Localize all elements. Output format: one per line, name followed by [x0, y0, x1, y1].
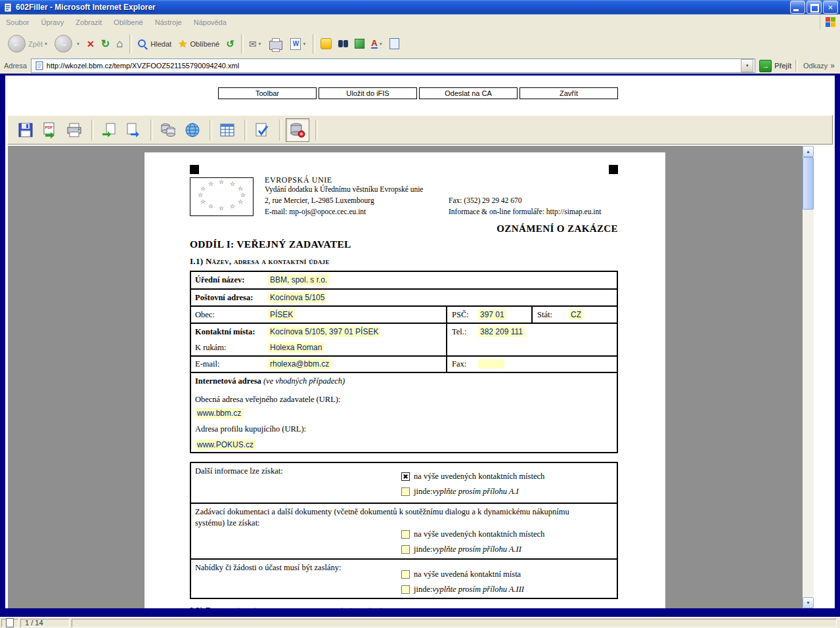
postal-address-field[interactable]: Kocínova 5/105: [268, 292, 326, 303]
research-button[interactable]: [336, 39, 351, 49]
menu-item-zobrazit[interactable]: Zobrazit: [70, 16, 108, 29]
export-data-button[interactable]: [122, 119, 144, 141]
app-content: Toolbar Uložit do iFIS Odeslat na CA Zav…: [0, 74, 840, 617]
sign-certificate-button[interactable]: [286, 118, 309, 142]
phone-field[interactable]: 382 209 111: [478, 326, 525, 337]
checkbox-offers-elsewhere-a3[interactable]: [401, 585, 410, 594]
forward-icon: [55, 35, 72, 53]
url1-field[interactable]: www.bbm.cz: [195, 408, 243, 418]
option-line: na výše uvedená kontaktní místa: [401, 570, 521, 579]
print-button[interactable]: [265, 37, 286, 51]
attention-field[interactable]: Holexa Roman: [268, 342, 324, 353]
options-row3-text: Nabídky či žádosti o účast musí být zasl…: [195, 562, 342, 573]
phone-label: Tel.:: [452, 327, 466, 337]
components-button[interactable]: [352, 37, 367, 50]
checkbox-docs-elsewhere-a2[interactable]: [401, 545, 410, 554]
certificate-seal-icon: [289, 122, 306, 139]
toolbar-toggle-button[interactable]: Toolbar: [218, 87, 317, 99]
export-pdf-button[interactable]: PDF: [39, 119, 61, 141]
history-icon: ↺: [226, 38, 234, 50]
cube-icon: [355, 39, 365, 49]
status-icon-cell: [1, 619, 18, 627]
menu-item-napoveda[interactable]: Nápověda: [188, 16, 232, 29]
page-icon: [389, 38, 399, 49]
menu-item-soubor[interactable]: Soubor: [0, 16, 35, 29]
font-dropdown-icon[interactable]: ▼: [379, 42, 383, 46]
vertical-scrollbar[interactable]: [803, 146, 814, 608]
font-size-button[interactable]: A ▼: [368, 37, 385, 50]
home-icon: ⌂: [116, 37, 123, 51]
import-data-button[interactable]: [98, 119, 120, 141]
sub-heading-i1: I.1) Název, adresa a kontaktní údaje: [190, 256, 330, 267]
city-field[interactable]: PÍSEK: [268, 309, 295, 320]
scroll-up-button[interactable]: [803, 146, 814, 157]
go-button[interactable]: Přejít: [759, 60, 791, 72]
forward-dropdown-icon[interactable]: ▼: [76, 42, 80, 46]
form-tools-button[interactable]: [387, 37, 402, 51]
country-field[interactable]: CZ: [569, 309, 583, 320]
url-text[interactable]: http://wkozel.bbm.cz/temp/XVZFOOZ5211557…: [47, 62, 741, 70]
contact-points-field[interactable]: Kocínova 5/105, 397 01 PÍSEK: [268, 326, 380, 337]
toolbar-separator: [129, 34, 132, 54]
edit-button[interactable]: W ▼: [288, 37, 309, 51]
refresh-button[interactable]: ↻: [99, 36, 112, 51]
fax-field[interactable]: [478, 359, 504, 369]
checkbox-offers-contact-points[interactable]: [401, 570, 410, 579]
official-name-label: Úřední název:: [195, 275, 244, 285]
address-input[interactable]: http://wkozel.bbm.cz/temp/XVZFOOZ5211557…: [31, 58, 755, 73]
eu-union-heading: EVROPSKÁ UNIE: [265, 175, 332, 185]
stop-button[interactable]: ✕: [84, 37, 97, 51]
save-to-ifis-button[interactable]: Uložit do iFIS: [319, 87, 417, 99]
messenger-icon: [321, 38, 332, 49]
menu-item-upravy[interactable]: Úpravy: [35, 16, 70, 29]
address-dropdown-icon[interactable]: ▼: [741, 59, 753, 72]
address-label: Adresa: [4, 62, 27, 70]
checkbox-docs-contact-points[interactable]: [401, 530, 410, 539]
print-form-button[interactable]: [63, 119, 85, 141]
menu-item-nastroje[interactable]: Nástroje: [149, 16, 188, 29]
send-to-ca-button[interactable]: Odeslat na CA: [419, 87, 518, 99]
forward-button[interactable]: ▼: [52, 34, 83, 54]
checkbox-elsewhere-a1[interactable]: [401, 487, 410, 496]
document-viewport[interactable]: EVROPSKÁ UNIE Vydání dodatku k Úřednímu …: [8, 146, 803, 608]
checkbox-contact-points[interactable]: ✖: [401, 472, 410, 481]
mail-button[interactable]: ✉ ▼: [246, 37, 265, 51]
search-button[interactable]: Hledat: [135, 37, 174, 51]
internet-address-note: (ve vhodných případech): [261, 376, 345, 386]
email-field[interactable]: rholexa@bbm.cz: [268, 359, 331, 369]
scrollbar-thumb[interactable]: [803, 157, 814, 210]
history-button[interactable]: ↺: [223, 37, 237, 51]
minimize-button[interactable]: [790, 1, 805, 14]
official-name-field[interactable]: BBM, spol. s r.o.: [268, 275, 329, 285]
copy-database-button[interactable]: [157, 119, 179, 141]
postcode-field[interactable]: 397 01: [478, 309, 506, 320]
registration-mark: [190, 165, 199, 174]
document-status-icon: [6, 618, 14, 627]
messenger-button[interactable]: [318, 37, 334, 51]
menu-bar: Soubor Úpravy Zobrazit Oblíbené Nástroje…: [0, 14, 840, 30]
mail-icon: ✉: [249, 39, 257, 49]
web-button[interactable]: [181, 119, 204, 141]
close-button[interactable]: ✕: [823, 1, 838, 14]
window-title: 602Filler - Microsoft Internet Explorer: [16, 3, 790, 12]
eu-flag: [190, 177, 254, 216]
back-button[interactable]: Zpět ▼: [5, 34, 51, 54]
check-form-button[interactable]: [251, 119, 273, 141]
table-view-button[interactable]: [216, 119, 238, 141]
links-label[interactable]: Odkazy: [803, 62, 828, 70]
edit-dropdown-icon[interactable]: ▼: [302, 42, 306, 46]
form-toolbar: PDF: [7, 115, 833, 145]
scroll-down-button[interactable]: [803, 597, 814, 608]
menu-item-oblibene[interactable]: Oblíbené: [108, 16, 149, 29]
save-button[interactable]: [14, 119, 37, 141]
back-dropdown-icon[interactable]: ▼: [44, 42, 48, 46]
links-chevron-icon[interactable]: »: [830, 61, 835, 70]
home-button[interactable]: ⌂: [114, 36, 125, 52]
status-message-area: [72, 619, 837, 627]
close-form-button[interactable]: Zavřít: [519, 87, 618, 99]
url2-field[interactable]: www.POKUS.cz: [195, 439, 255, 450]
favorites-button[interactable]: ★ Oblíbené: [175, 36, 222, 51]
mail-dropdown-icon[interactable]: ▼: [257, 42, 261, 46]
maximize-button[interactable]: [807, 1, 822, 14]
option-line: jinde: vyplňte prosím přílohu A.III: [401, 585, 524, 594]
